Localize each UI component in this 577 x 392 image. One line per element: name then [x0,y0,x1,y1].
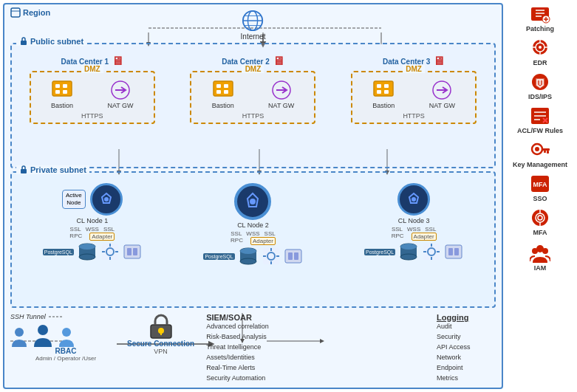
svg-point-41 [104,197,109,202]
dc3-postgres-badge: PostgreSQL [364,249,395,255]
svg-point-45 [79,244,95,250]
svg-point-44 [79,254,95,260]
public-subnet: Public subnet Data Center 1 🖥 DMZ [10,43,496,168]
dc1-natgw-label: NAT GW [107,102,133,109]
acl-icon [530,106,550,125]
dc3-dmz-box: DMZ Bas [351,71,477,124]
dc3-settings-icon [422,242,441,261]
dc1-column: Data Center 1 🖥 DMZ [23,55,162,124]
secure-conn-section: Secure Connection VPN [127,313,194,355]
siem-title: SIEM/SOAR [206,313,431,322]
dc3-cl-node-label: CL Node 3 [398,217,430,224]
dc2-bastion-item: Bastion [212,80,234,109]
svg-rect-38 [21,169,27,173]
dc2-natgw-label: NAT GW [268,102,294,109]
sso-icon: MFA [530,174,550,193]
rbac-user-row [10,323,75,347]
sec-key: Key Management [506,139,574,170]
dc3-natgw-item: NAT GW [429,80,455,109]
logging-items: Audit Security API Access Network Endpoi… [437,322,496,384]
svg-rect-70 [294,252,298,260]
user-icon-1 [10,326,28,347]
svg-rect-27 [216,84,221,88]
sec-ids: IDS/IPS [506,71,574,102]
svg-point-76 [400,254,417,260]
dc1-db-icon [77,243,98,261]
siem-section: SIEM/SOAR Advanced correlation Risk-Base… [200,313,431,384]
dc2-column: Data Center 2 🖥 DMZ [183,55,322,124]
dc2-ssl-labels: SSL WSS SSL [231,230,275,237]
cl-node2-svg [242,190,264,213]
ids-icon [530,72,550,92]
key-label: Key Management [513,161,567,168]
acl-label: ACL/FW Rules [517,127,563,134]
bottom-section: SSH Tunnel [10,313,496,387]
svg-rect-119 [542,148,550,151]
dc3-column: Data Center 3 🖥 DMZ [344,55,483,124]
dc1-adapter-icon [123,242,142,261]
dc3-natgw-label: NAT GW [429,102,455,109]
dc1-dmz-label: DMZ [81,65,103,73]
svg-rect-69 [288,252,293,260]
svg-rect-68 [285,250,301,263]
svg-rect-34 [384,84,389,88]
ssh-tunnel-row: SSH Tunnel [10,313,64,320]
cl-node3-svg [404,190,423,209]
svg-rect-36 [384,90,389,94]
cl-nodes-row: Active Node CL Node 1 [12,173,494,266]
sec-iam: IAM [506,241,574,273]
security-panel: Patching EDR IDS/IPS [503,0,577,392]
svg-rect-22 [63,84,67,88]
svg-rect-32 [374,81,393,96]
svg-rect-54 [133,248,137,255]
private-subnet: Private subnet Active Node [10,171,496,308]
dc2-dmz-icons: Bastion NAT GW [194,80,311,109]
dc2-rpc-label: RPC Adapter [231,237,276,245]
dc3-bastion-label: Bastion [372,102,395,109]
svg-point-130 [532,248,538,254]
dc2-bastion-label: Bastion [212,102,234,109]
svg-rect-52 [124,245,140,258]
svg-point-57 [250,199,256,204]
dc1-ssl-labels: SSL WSS SSL [70,226,115,233]
patching-icon [530,6,550,24]
ssh-tunnel-label: SSH Tunnel [10,313,46,320]
dc3-rpc-label: RPC Adapter [392,233,437,241]
svg-point-89 [38,325,48,335]
dc3-db-icon [398,243,419,261]
rbac-sub: Admin / Operator /User [10,355,121,362]
region-icon [10,7,21,18]
dc1-cl-node-icon [90,183,123,216]
svg-rect-85 [448,248,453,255]
svg-rect-23 [55,90,60,94]
dc2-cl-node-label: CL Node 2 [237,221,269,229]
dc1-bastion-label: Bastion [51,102,73,109]
dc2-cl-node-icon [234,183,271,220]
main-container: Region Internet [0,0,577,392]
svg-point-61 [240,248,256,254]
dc3-dmz-icons: Bastion NAT GW [355,80,472,109]
dc2-db-row: PostgreSQL [203,247,302,266]
sec-acl: ACL/FW Rules [506,105,574,136]
full-diagram: Region Internet [4,4,502,388]
cl-node3-col: CL Node 3 SSL WSS SSL RPC Adapter [344,183,483,266]
region-label: Region [10,7,50,18]
dc3-cl-node-icon [397,183,430,216]
dc1-dmz-box: DMZ Bas [30,71,155,124]
key-icon [530,140,550,159]
secure-conn-sub: VPN [154,348,168,355]
sec-sso: MFA SSO [506,173,574,204]
svg-point-90 [62,328,71,337]
dc3-https-label: HTTPS [355,112,472,120]
dc3-adapter-icon [444,242,463,261]
internet-section: Internet [241,9,266,41]
lock-secure-icon [148,313,174,340]
svg-rect-84 [445,245,462,258]
logging-section: Logging Audit Security API Access Networ… [437,313,496,384]
svg-rect-20 [52,81,72,96]
svg-point-131 [542,248,548,254]
dc2-adapter-icon [284,247,303,266]
svg-rect-121 [544,151,546,153]
svg-rect-53 [127,248,132,255]
ssh-rbac-section: SSH Tunnel [10,313,121,362]
